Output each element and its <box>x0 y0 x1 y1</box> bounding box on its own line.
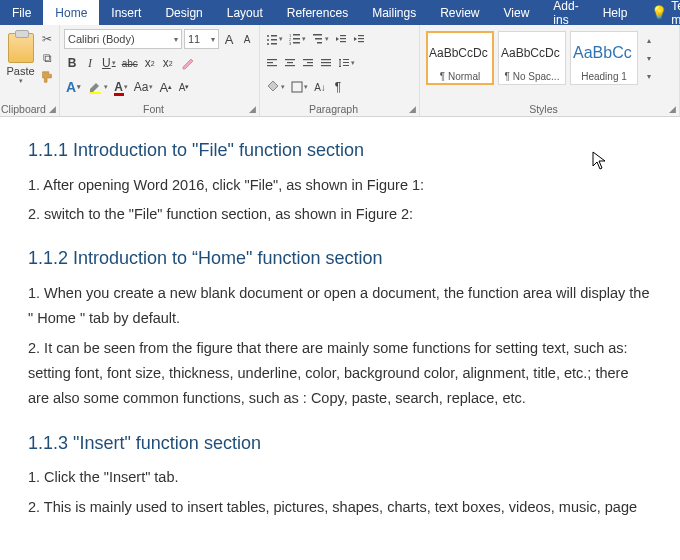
group-label-clipboard: Clipboard <box>0 103 47 115</box>
svg-rect-10 <box>293 38 300 40</box>
grow-font-button[interactable]: A <box>221 29 237 49</box>
bullets-button[interactable] <box>264 29 285 49</box>
align-right-button[interactable] <box>300 53 316 73</box>
style-no-spacing[interactable]: AaBbCcDc ¶ No Spac... <box>498 31 566 85</box>
tab-mailings[interactable]: Mailings <box>360 0 428 25</box>
svg-rect-25 <box>285 59 295 60</box>
svg-point-1 <box>267 35 269 37</box>
svg-rect-12 <box>293 42 300 44</box>
subscript-button[interactable]: x2 <box>142 53 158 73</box>
group-label-styles: Styles <box>420 103 667 115</box>
increase-indent-button[interactable] <box>351 29 367 49</box>
svg-rect-29 <box>307 62 313 63</box>
tab-design[interactable]: Design <box>153 0 214 25</box>
svg-rect-14 <box>315 38 322 40</box>
clear-formatting-button[interactable] <box>178 53 198 73</box>
styles-launcher[interactable]: ◢ <box>667 104 677 114</box>
svg-rect-6 <box>271 43 277 45</box>
styles-gallery-controls: ▴ ▾ ▾ <box>642 31 656 85</box>
clipboard-launcher[interactable]: ◢ <box>47 104 57 114</box>
group-label-paragraph: Paragraph <box>260 103 407 115</box>
svg-rect-2 <box>271 35 277 37</box>
ribbon: Paste ▾ ✂ ⧉ Clipboard ◢ Calibri (Body)▾ … <box>0 25 680 117</box>
heading-113: 1.1.3 "Insert" function section <box>28 428 652 460</box>
tab-addins[interactable]: Add-ins <box>541 0 590 25</box>
svg-rect-17 <box>340 38 346 39</box>
tab-file[interactable]: File <box>0 0 43 25</box>
paste-button[interactable]: Paste ▾ <box>4 27 37 85</box>
align-center-button[interactable] <box>282 53 298 73</box>
group-clipboard: Paste ▾ ✂ ⧉ Clipboard ◢ <box>0 25 60 116</box>
copy-button[interactable]: ⧉ <box>39 50 55 65</box>
svg-rect-24 <box>267 65 277 66</box>
document-body[interactable]: 1.1.1 Introduction to "File" function se… <box>0 117 680 560</box>
highlight-button[interactable] <box>85 77 110 97</box>
para: 1. Click the "Insert" tab. <box>28 465 652 490</box>
styles-more-button[interactable]: ▾ <box>647 72 651 81</box>
tab-tellme[interactable]: 💡 Tell me <box>639 0 680 25</box>
superscript-button[interactable]: x2 <box>160 53 176 73</box>
svg-rect-30 <box>303 65 313 66</box>
decrease-indent-button[interactable] <box>333 29 349 49</box>
font-color-button[interactable]: A <box>112 77 130 97</box>
tab-layout[interactable]: Layout <box>215 0 275 25</box>
tab-help[interactable]: Help <box>591 0 640 25</box>
group-styles: AaBbCcDc ¶ Normal AaBbCcDc ¶ No Spac... … <box>420 25 680 116</box>
heading-111: 1.1.1 Introduction to "File" function se… <box>28 135 652 167</box>
font-name-value: Calibri (Body) <box>68 33 135 45</box>
grow-font2-button[interactable]: A▴ <box>157 77 174 97</box>
paragraph-launcher[interactable]: ◢ <box>407 104 417 114</box>
font-size-combo[interactable]: 11▾ <box>184 29 219 49</box>
lightbulb-icon: 💡 <box>651 5 667 20</box>
tab-review[interactable]: Review <box>428 0 491 25</box>
svg-rect-8 <box>293 34 300 36</box>
show-marks-button[interactable]: ¶ <box>330 77 346 97</box>
style-heading1[interactable]: AaBbCc Heading 1 <box>570 31 638 85</box>
format-painter-button[interactable] <box>39 70 55 85</box>
styles-up-button[interactable]: ▴ <box>647 36 651 45</box>
group-paragraph: 123 A↓ ¶ Paragraph ◢ <box>260 25 420 116</box>
text-effects-button[interactable]: A <box>64 77 83 97</box>
tab-home[interactable]: Home <box>43 0 99 25</box>
borders-button[interactable] <box>289 77 310 97</box>
align-left-button[interactable] <box>264 53 280 73</box>
multilevel-button[interactable] <box>310 29 331 49</box>
svg-rect-13 <box>313 34 322 36</box>
para: 1. When you create a new blank document … <box>28 281 652 332</box>
cut-button[interactable]: ✂ <box>39 31 55 46</box>
styles-down-button[interactable]: ▾ <box>647 54 651 63</box>
style-normal[interactable]: AaBbCcDc ¶ Normal <box>426 31 494 85</box>
para: 2. It can be seen from the figure that t… <box>28 336 652 412</box>
shrink-font2-button[interactable]: A▾ <box>176 77 192 97</box>
change-case-button[interactable]: Aa <box>132 77 156 97</box>
shading-button[interactable] <box>264 77 287 97</box>
tab-insert[interactable]: Insert <box>99 0 153 25</box>
justify-button[interactable] <box>318 53 334 73</box>
line-spacing-button[interactable] <box>336 53 357 73</box>
para: 2. This is mainly used to insert tables,… <box>28 495 652 520</box>
tab-view[interactable]: View <box>492 0 542 25</box>
shrink-font-button[interactable]: A <box>239 29 255 49</box>
sort-button[interactable]: A↓ <box>312 77 328 97</box>
font-name-combo[interactable]: Calibri (Body)▾ <box>64 29 182 49</box>
tab-references[interactable]: References <box>275 0 360 25</box>
italic-button[interactable]: I <box>82 53 98 73</box>
svg-text:3: 3 <box>289 41 292 45</box>
svg-rect-34 <box>343 59 349 60</box>
svg-rect-27 <box>285 65 295 66</box>
font-launcher[interactable]: ◢ <box>247 104 257 114</box>
style-name: Heading 1 <box>573 71 635 82</box>
style-name: ¶ No Spac... <box>501 71 563 82</box>
bold-button[interactable]: B <box>64 53 80 73</box>
svg-rect-16 <box>340 35 346 36</box>
tab-bar: File Home Insert Design Layout Reference… <box>0 0 680 25</box>
strikethrough-button[interactable]: abc <box>120 53 140 73</box>
svg-rect-4 <box>271 39 277 41</box>
underline-button[interactable]: U <box>100 53 118 73</box>
group-font: Calibri (Body)▾ 11▾ A A B I U abc x2 x2 … <box>60 25 260 116</box>
para: 2. switch to the "File" function section… <box>28 202 652 227</box>
svg-rect-36 <box>343 65 349 66</box>
numbering-button[interactable]: 123 <box>287 29 308 49</box>
style-name: ¶ Normal <box>429 71 491 82</box>
svg-rect-19 <box>358 35 364 36</box>
